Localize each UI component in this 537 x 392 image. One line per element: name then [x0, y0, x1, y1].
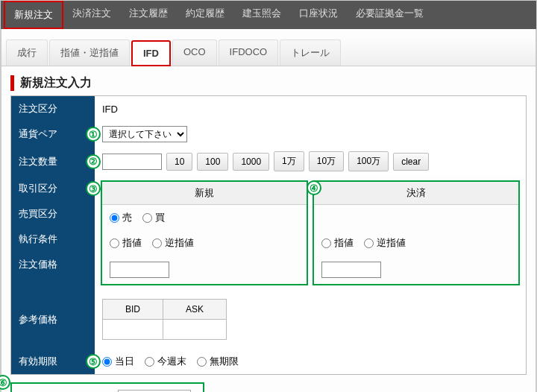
column-close: ④ 決済 指値 逆指値: [313, 180, 520, 285]
qty-btn-clear[interactable]: clear: [393, 153, 429, 171]
annotation-6: ⑥: [0, 375, 10, 390]
radio-expiry-today[interactable]: 当日: [102, 355, 134, 368]
ref-bid-head: BID: [103, 300, 163, 320]
radio-stop-new[interactable]: 逆指値: [152, 236, 194, 250]
topnav-exec-history[interactable]: 約定履歴: [177, 1, 233, 29]
label-qty: 注文数量②: [11, 147, 95, 176]
tab-ifd[interactable]: IFD: [131, 40, 171, 66]
qty-btn-1000[interactable]: 1000: [233, 153, 269, 171]
label-ref: 参考価格: [11, 290, 95, 349]
value-order-type: IFD: [95, 96, 526, 121]
tab-limit-stop[interactable]: 指値・逆指値: [49, 39, 130, 66]
ref-price-table: BIDASK: [102, 299, 227, 340]
label-expiry: 有効期限⑤: [11, 349, 95, 374]
expiry-group: 当日 今週末 無期限: [102, 355, 239, 368]
exec-group-new: 指値 逆指値: [110, 236, 194, 250]
topnav-new-order[interactable]: 新規注文: [4, 1, 63, 29]
main-panel: 成行 指値・逆指値 IFD OCO IFDOCO トレール 新規注文入力 注文区…: [1, 29, 536, 392]
radio-buy-new[interactable]: 買: [142, 211, 165, 224]
topnav-account[interactable]: 口座状況: [290, 1, 347, 29]
annotation-4: ④: [307, 180, 321, 195]
ref-ask-val: [163, 320, 227, 340]
annotation-2: ②: [86, 154, 101, 169]
label-price: 注文価格: [11, 252, 95, 277]
qty-btn-10[interactable]: 10: [166, 153, 192, 171]
exec-group-close: 指値 逆指値: [321, 236, 406, 250]
radio-expiry-weekend[interactable]: 今週末: [145, 355, 186, 368]
qty-btn-10man[interactable]: 10万: [309, 151, 344, 171]
price-input-new[interactable]: [110, 262, 169, 278]
label-exec: 執行条件: [11, 227, 95, 252]
column-new: 新規 売 買 指値 逆指値: [101, 180, 308, 285]
topnav-close-order[interactable]: 決済注文: [63, 1, 120, 29]
qty-btn-100man[interactable]: 100万: [348, 151, 389, 171]
qty-btn-1man[interactable]: 1万: [274, 151, 304, 171]
top-nav: 新規注文 決済注文 注文履歴 約定履歴 建玉照会 口座状況 必要証拠金一覧: [1, 1, 536, 29]
tab-market[interactable]: 成行: [6, 39, 48, 66]
radio-expiry-none[interactable]: 無期限: [197, 355, 239, 368]
section-title: 新規注文入力: [10, 75, 527, 91]
annotation-1: ①: [86, 127, 101, 142]
ref-bid-val: [103, 320, 163, 340]
topnav-positions[interactable]: 建玉照会: [233, 1, 290, 29]
label-trade-type: 取引区分③: [11, 176, 95, 201]
label-buysell: 売買区分: [11, 201, 95, 227]
tab-trail[interactable]: トレール: [280, 39, 341, 66]
order-tabs: 成行 指値・逆指値 IFD OCO IFDOCO トレール: [1, 37, 536, 66]
annotation-3: ③: [86, 181, 101, 196]
col-header-new: 新規: [102, 182, 307, 205]
radio-limit-new[interactable]: 指値: [110, 236, 142, 250]
confirm-area: ⑥ 注文確認画面を省略 注文確認: [10, 382, 204, 392]
label-pair: 通貨ペア①: [11, 121, 95, 147]
qty-btn-100[interactable]: 100: [197, 153, 228, 171]
annotation-5: ⑤: [86, 354, 101, 369]
qty-input[interactable]: [102, 154, 162, 170]
tab-ifdoco[interactable]: IFDOCO: [219, 39, 279, 66]
ref-ask-head: ASK: [163, 300, 227, 320]
radio-sell-new[interactable]: 売: [110, 211, 132, 224]
label-order-type: 注文区分: [11, 96, 95, 121]
order-form: 注文区分 IFD 通貨ペア① 選択して下さい 注文数量② 10 100 1000…: [10, 95, 527, 375]
radio-limit-close[interactable]: 指値: [321, 236, 354, 250]
tab-oco[interactable]: OCO: [172, 39, 217, 66]
topnav-order-history[interactable]: 注文履歴: [120, 1, 177, 29]
buysell-group-new: 売 買: [110, 211, 165, 224]
label-column-group: 取引区分③ 売買区分 執行条件 注文価格: [11, 176, 95, 290]
radio-stop-close[interactable]: 逆指値: [364, 236, 406, 250]
price-input-close[interactable]: [321, 262, 381, 278]
col-header-close: 決済: [314, 182, 518, 205]
topnav-margin[interactable]: 必要証拠金一覧: [347, 1, 433, 29]
pair-select[interactable]: 選択して下さい: [102, 126, 187, 142]
